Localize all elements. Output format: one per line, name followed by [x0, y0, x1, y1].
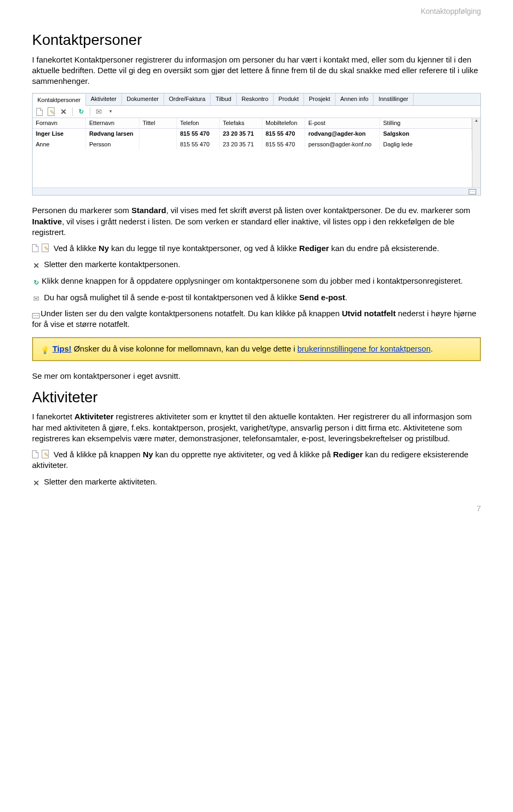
toolbar-mail-icon[interactable] — [95, 107, 103, 116]
toolbar-separator — [90, 107, 90, 116]
paragraph-refresh: Klikk denne knappen for å oppdatere oppl… — [32, 276, 481, 287]
edit-icon — [42, 450, 50, 458]
cell: Inger Lise — [33, 129, 86, 139]
paragraph-new-edit: Ved å klikke Ny kan du legge til nye kon… — [32, 243, 481, 254]
cell: Salgskon — [380, 129, 472, 139]
tips-lead: Tips! — [52, 344, 72, 353]
col-mobiltelefon[interactable]: Mobiltelefon — [262, 118, 305, 128]
tab-dokumenter[interactable]: Dokumenter — [122, 93, 164, 105]
new-icon — [32, 450, 38, 458]
paragraph-delete: ✕ Sletter den markerte kontaktpersonen. — [32, 259, 481, 270]
tab-prosjekt[interactable]: Prosjekt — [304, 93, 336, 105]
cell: 815 55 470 — [177, 139, 220, 150]
tab-innstillinger[interactable]: Innstillinger — [374, 93, 414, 105]
delete-icon: ✕ — [32, 479, 41, 487]
cell: rodvang@agder-kon — [305, 129, 380, 139]
tab-produkt[interactable]: Produkt — [274, 93, 304, 105]
cell: 815 55 470 — [177, 129, 220, 139]
tab-aktiviteter[interactable]: Aktiviteter — [86, 93, 122, 105]
page-number: 7 — [32, 503, 481, 514]
toolbar-dropdown-icon[interactable]: ▼ — [106, 107, 115, 116]
toolbar-delete-icon[interactable]: ✕ — [59, 107, 68, 116]
cell — [139, 129, 177, 139]
col-stilling[interactable]: Stilling — [380, 118, 472, 128]
cell — [139, 139, 177, 150]
paragraph-see-more: Se mer om kontaktpersoner i eget avsnitt… — [32, 371, 481, 381]
table-row[interactable]: Anne Persson 815 55 470 23 20 35 71 815 … — [33, 139, 472, 150]
toolbar-refresh-icon[interactable] — [77, 107, 86, 116]
col-telefon[interactable]: Telefon — [177, 118, 220, 128]
toolbar-new-icon[interactable] — [36, 107, 44, 116]
cell: Rødvang larsen — [86, 129, 139, 139]
paragraph-standard-inactive: Personen du markerer som Standard, vil v… — [32, 205, 481, 238]
scrollbar[interactable]: ▲ — [472, 118, 480, 188]
paragraph-expand-notes: Under listen ser du den valgte kontaktpe… — [32, 308, 481, 330]
paragraph-akt-delete: ✕ Sletter den markerte aktiviteten. — [32, 477, 481, 487]
cell: 815 55 470 — [262, 129, 305, 139]
tab-tilbud[interactable]: Tilbud — [211, 93, 237, 105]
expand-notes-icon[interactable] — [469, 189, 476, 194]
mail-icon — [32, 294, 41, 303]
cell: 23 20 35 71 — [220, 129, 262, 139]
delete-icon: ✕ — [32, 261, 41, 270]
page-header: Kontaktoppfølging — [32, 6, 481, 17]
col-tittel[interactable]: Tittel — [139, 118, 177, 128]
cell: 23 20 35 71 — [220, 139, 262, 150]
cell: Daglig lede — [380, 139, 472, 150]
refresh-icon — [32, 278, 41, 287]
heading-aktiviteter: Aktiviteter — [32, 387, 481, 408]
tab-bar: Kontaktpersoner Aktiviteter Dokumenter O… — [33, 93, 480, 106]
tab-ordre-faktura[interactable]: Ordre/Faktura — [164, 93, 211, 105]
tab-annen-info[interactable]: Annen info — [336, 93, 374, 105]
tab-kontaktpersoner[interactable]: Kontaktpersoner — [33, 94, 86, 106]
app-panel: Kontaktpersoner Aktiviteter Dokumenter O… — [32, 93, 481, 196]
new-icon — [32, 244, 38, 252]
col-epost[interactable]: E-post — [305, 118, 380, 128]
app-toolbar: ✕ ▼ — [33, 106, 480, 118]
grid-header-row: Fornavn Etternavn Tittel Telefon Telefak… — [33, 118, 472, 129]
col-fornavn[interactable]: Fornavn — [33, 118, 86, 128]
cell: Anne — [33, 139, 86, 150]
edit-icon — [42, 244, 50, 252]
cell: persson@agder-konf.no — [305, 139, 380, 150]
toolbar-separator — [72, 107, 73, 116]
col-etternavn[interactable]: Etternavn — [86, 118, 139, 128]
status-strip — [33, 188, 480, 195]
toolbar-edit-icon[interactable] — [48, 107, 56, 116]
expand-icon — [32, 313, 40, 318]
cell: 815 55 470 — [262, 139, 305, 150]
tips-box: Tips! Ønsker du å vise kolonne for mello… — [32, 337, 481, 361]
table-row[interactable]: Inger Lise Rødvang larsen 815 55 470 23 … — [33, 129, 472, 139]
cell: Persson — [86, 139, 139, 150]
tips-link[interactable]: brukerinnstillingene for kontaktperson — [297, 344, 430, 353]
tab-reskontro[interactable]: Reskontro — [237, 93, 274, 105]
col-telefaks[interactable]: Telefaks — [220, 118, 262, 128]
paragraph-aktiviteter-intro: I fanekortet Aktiviteter registreres akt… — [32, 411, 481, 444]
paragraph-akt-new-edit: Ved å klikke på knappen Ny kan du oppret… — [32, 449, 481, 471]
heading-kontaktpersoner: Kontaktpersoner — [32, 30, 481, 50]
paragraph-send-email: Du har også mulighet til å sende e-post … — [32, 292, 481, 303]
intro-paragraph: I fanekortet Kontaktpersoner registrerer… — [32, 54, 481, 87]
bulb-icon — [41, 346, 49, 355]
